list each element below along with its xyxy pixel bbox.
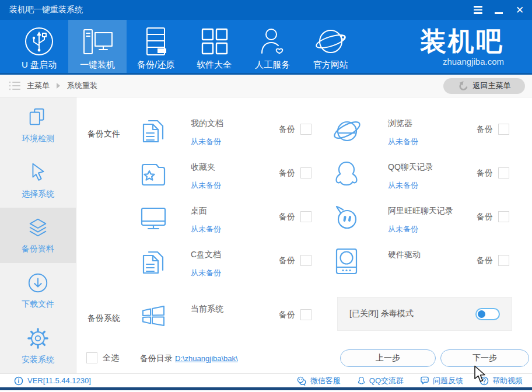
footer-links: 微信客服 QQ交流群 问题反馈 bbox=[297, 376, 523, 386]
next-step-button[interactable]: 下一步 bbox=[440, 349, 529, 367]
footer-link-qq-group[interactable]: QQ交流群 bbox=[357, 376, 404, 386]
backup-item-title: 硬件驱动 bbox=[388, 246, 421, 260]
wechat-icon bbox=[297, 376, 307, 386]
info-icon bbox=[14, 376, 23, 386]
backup-item-status[interactable]: 从未备份 bbox=[388, 136, 418, 147]
brand-logo: 装机吧 zhuangjiba.com bbox=[420, 20, 504, 73]
footer-link-wechat[interactable]: 微信客服 bbox=[297, 376, 341, 386]
breadcrumb-root[interactable]: 主菜单 bbox=[27, 80, 50, 91]
backup-dir-label: 备份目录 : bbox=[140, 354, 177, 364]
nav-item-website[interactable]: 官方网站 bbox=[302, 20, 360, 73]
backup-label: 备份 bbox=[279, 256, 295, 266]
footer-link-feedback[interactable]: 问题反馈 bbox=[420, 376, 463, 386]
backup-checkbox-my-documents[interactable] bbox=[300, 124, 312, 135]
backup-item-status[interactable]: 从未备份 bbox=[191, 268, 221, 278]
monitor-icon bbox=[138, 202, 169, 233]
backup-item-hardware-drivers: 硬件驱动 备份 bbox=[331, 246, 509, 276]
antivirus-mode-toggle[interactable] bbox=[475, 308, 500, 320]
apps-grid-icon bbox=[198, 26, 230, 57]
backup-item-browser: 浏览器 从未备份 备份 bbox=[331, 115, 509, 147]
gear-icon bbox=[26, 327, 50, 350]
backup-checkbox-browser[interactable] bbox=[498, 124, 509, 135]
backup-checkbox-favorites[interactable] bbox=[300, 167, 312, 178]
nav-item-one-key-install[interactable]: 一键装机 bbox=[68, 20, 127, 73]
list-icon bbox=[8, 79, 21, 92]
backup-label: 备份 bbox=[477, 168, 493, 178]
select-all-checkbox[interactable] bbox=[86, 352, 97, 363]
content-body: 环境检测 选择系统 备份资料 bbox=[0, 97, 532, 373]
nav-item-usb-boot[interactable]: U 盘启动 bbox=[10, 20, 68, 73]
backup-item-wangwang-history: 阿里旺旺聊天记录 从未备份 备份 bbox=[331, 202, 509, 235]
backup-item-desktop: 桌面 从未备份 备份 bbox=[138, 202, 312, 235]
qq-icon bbox=[357, 376, 366, 385]
select-all-control: 全选 bbox=[86, 352, 119, 363]
prev-step-button[interactable]: 上一步 bbox=[340, 349, 436, 367]
nav-item-software[interactable]: 软件大全 bbox=[185, 20, 243, 73]
antivirus-mode-panel: [已关闭] 杀毒模式 bbox=[337, 297, 512, 331]
backup-item-status[interactable]: 从未备份 bbox=[388, 180, 433, 191]
cursor-select-icon bbox=[26, 161, 50, 184]
backup-item-qq-history: QQ聊天记录 从未备份 备份 bbox=[331, 159, 509, 191]
backup-item-status[interactable]: 从未备份 bbox=[191, 180, 221, 191]
backup-item-status[interactable]: 从未备份 bbox=[191, 136, 223, 147]
sidebar: 环境检测 选择系统 备份资料 bbox=[0, 97, 76, 373]
backup-item-status[interactable]: 从未备份 bbox=[191, 224, 221, 235]
nav-item-label: 软件大全 bbox=[197, 60, 232, 71]
backup-label: 备份 bbox=[279, 168, 295, 178]
sidebar-item-download-files[interactable]: 下载文件 bbox=[0, 263, 76, 318]
backup-checkbox-current-system[interactable] bbox=[300, 309, 312, 320]
backup-item-favorites: 收藏夹 从未备份 备份 bbox=[138, 159, 312, 191]
nav-item-support[interactable]: 人工服务 bbox=[243, 20, 302, 73]
menu-icon[interactable] bbox=[473, 5, 483, 15]
sidebar-item-env-check[interactable]: 环境检测 bbox=[0, 97, 76, 153]
documents-icon bbox=[138, 246, 169, 276]
close-icon[interactable]: ✕ bbox=[514, 5, 525, 15]
status-bar: VER[11.5.44.1230] 微信客服 QQ交流群 bbox=[0, 373, 532, 387]
window-title: 装机吧一键重装系统 bbox=[9, 5, 83, 15]
sidebar-item-label: 下载文件 bbox=[22, 299, 54, 310]
version-info: VER[11.5.44.1230] bbox=[14, 376, 91, 386]
app-window: 装机吧一键重装系统 ✕ U 盘启动 bbox=[0, 0, 532, 392]
breadcrumb-arrow-icon bbox=[57, 83, 60, 89]
backup-checkbox-drivers[interactable] bbox=[498, 255, 509, 266]
sidebar-item-install-system[interactable]: 安装系统 bbox=[0, 318, 76, 373]
window-controls: ✕ bbox=[473, 5, 525, 15]
back-arrow-icon bbox=[458, 80, 468, 91]
backup-item-title: 当前系统 bbox=[191, 300, 223, 314]
sidebar-item-backup-data[interactable]: 备份资料 bbox=[0, 208, 76, 263]
qq-icon bbox=[331, 159, 362, 189]
breadcrumb: 主菜单 系统重装 返回主菜单 bbox=[0, 75, 532, 97]
backup-checkbox-desktop[interactable] bbox=[300, 211, 312, 222]
browser-icon bbox=[331, 115, 362, 145]
section-backup-system: 备份系统 bbox=[88, 313, 120, 324]
nav-item-label: U 盘启动 bbox=[22, 60, 57, 71]
person-icon bbox=[257, 26, 288, 57]
main-nav: U 盘启动 一键装机 备份/还原 软件大全 bbox=[0, 20, 532, 75]
backup-item-c-drive-docs: C盘文档 从未备份 备份 bbox=[138, 246, 312, 278]
backup-item-title: 桌面 bbox=[191, 202, 221, 216]
brand-logo-text: 装机吧 bbox=[420, 24, 504, 59]
backup-item-title: 收藏夹 bbox=[191, 159, 221, 173]
backup-item-title: 我的文档 bbox=[191, 115, 223, 129]
title-bar: 装机吧一键重装系统 ✕ bbox=[0, 0, 532, 20]
sidebar-item-label: 选择系统 bbox=[22, 189, 54, 200]
sidebar-item-label: 环境检测 bbox=[22, 134, 54, 144]
backup-item-status[interactable]: 从未备份 bbox=[388, 224, 453, 235]
back-to-main-menu-button[interactable]: 返回主菜单 bbox=[443, 78, 525, 94]
section-backup-files: 备份文件 bbox=[88, 129, 120, 139]
backup-dir-link[interactable]: D:\zhuangjiba\bak\ bbox=[175, 354, 238, 363]
backup-label: 备份 bbox=[279, 212, 295, 222]
select-all-label: 全选 bbox=[103, 353, 119, 363]
footer-link-label: 问题反馈 bbox=[433, 376, 463, 386]
sidebar-item-label: 备份资料 bbox=[22, 244, 54, 254]
toggle-knob bbox=[478, 310, 485, 318]
feedback-bubble-icon bbox=[420, 376, 429, 385]
backup-checkbox-c-drive[interactable] bbox=[300, 255, 312, 266]
backup-checkbox-wangwang[interactable] bbox=[498, 211, 509, 222]
backup-checkbox-qq-history[interactable] bbox=[498, 167, 509, 178]
server-icon bbox=[140, 26, 172, 57]
minimize-icon[interactable] bbox=[494, 5, 504, 15]
nav-item-backup-restore[interactable]: 备份/还原 bbox=[127, 20, 185, 73]
sidebar-item-select-system[interactable]: 选择系统 bbox=[0, 153, 76, 208]
backup-item-title: QQ聊天记录 bbox=[388, 159, 433, 173]
